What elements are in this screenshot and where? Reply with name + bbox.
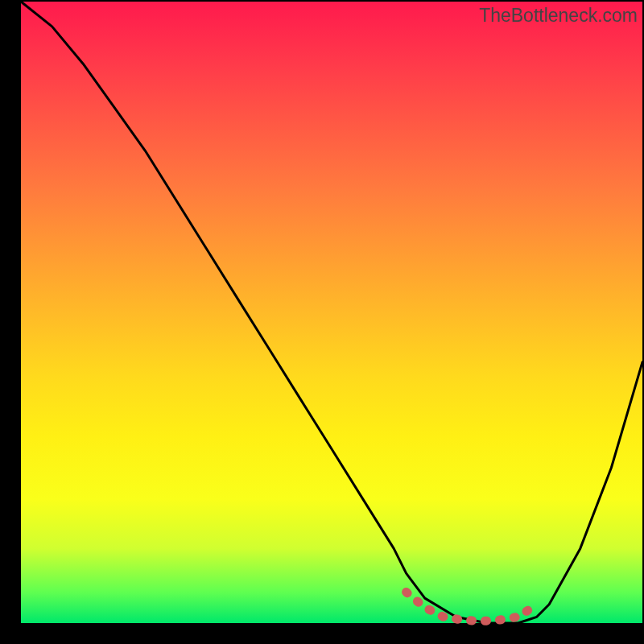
chart-svg	[21, 2, 642, 623]
bottleneck-curve-path	[21, 2, 642, 623]
optimal-range-marker-path	[407, 592, 537, 621]
chart-plot-area: TheBottleneck.com	[21, 2, 642, 623]
